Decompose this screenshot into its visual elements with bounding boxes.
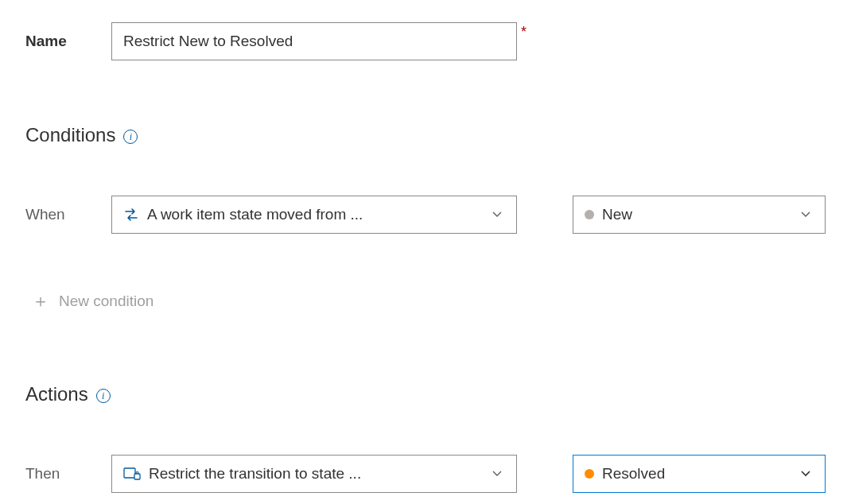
conditions-heading: Conditions <box>25 124 115 146</box>
name-label: Name <box>25 33 102 50</box>
name-input[interactable] <box>111 22 517 60</box>
state-dot-icon <box>585 210 594 219</box>
chevron-down-icon <box>489 207 505 223</box>
when-state-text: New <box>602 206 790 223</box>
state-move-icon <box>123 207 139 223</box>
chevron-down-icon <box>798 207 814 223</box>
restrict-transition-icon <box>123 467 141 481</box>
then-row: Then Restrict the transition to state ..… <box>25 455 826 493</box>
add-condition-button[interactable]: ＋ New condition <box>32 293 826 310</box>
add-condition-label: New condition <box>59 293 153 310</box>
when-row: When A work item state moved from ... Ne… <box>25 196 826 234</box>
chevron-down-icon <box>489 466 505 482</box>
actions-heading: Actions <box>25 383 88 405</box>
chevron-down-icon <box>798 466 814 482</box>
actions-heading-row: Actions i <box>25 383 826 405</box>
plus-icon: ＋ <box>32 293 49 310</box>
then-action-text: Restrict the transition to state ... <box>149 465 481 483</box>
svg-rect-0 <box>124 468 135 478</box>
then-state-text: Resolved <box>602 465 790 483</box>
when-condition-text: A work item state moved from ... <box>147 206 481 223</box>
svg-rect-1 <box>134 474 140 479</box>
then-label: Then <box>25 465 102 483</box>
then-action-dropdown[interactable]: Restrict the transition to state ... <box>111 455 517 493</box>
name-row: Name * <box>25 22 826 60</box>
when-condition-dropdown[interactable]: A work item state moved from ... <box>111 196 517 234</box>
conditions-heading-row: Conditions i <box>25 124 826 146</box>
info-icon[interactable]: i <box>123 130 138 144</box>
state-dot-icon <box>585 469 594 479</box>
then-state-dropdown[interactable]: Resolved <box>573 455 826 493</box>
when-label: When <box>25 206 102 223</box>
info-icon[interactable]: i <box>96 389 111 403</box>
when-state-dropdown[interactable]: New <box>573 196 826 234</box>
required-asterisk: * <box>521 24 527 41</box>
